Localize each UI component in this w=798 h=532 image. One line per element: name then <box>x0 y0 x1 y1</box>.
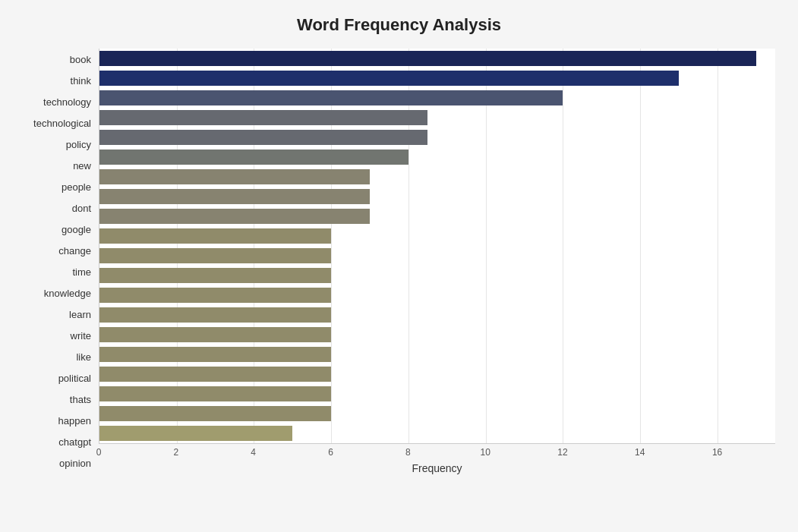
bar <box>99 189 370 204</box>
bar-row <box>99 68 775 88</box>
chart-container: Word Frequency Analysis bookthinktechnol… <box>0 0 798 532</box>
y-label: time <box>72 262 91 282</box>
bar-row <box>99 404 775 423</box>
bar-row <box>99 88 775 108</box>
bar <box>99 71 679 86</box>
chart-area: bookthinktechnologytechnologicalpolicyne… <box>23 49 775 474</box>
bar-row <box>99 108 775 127</box>
bar-row <box>99 384 775 404</box>
bar <box>99 130 427 145</box>
y-label: chatgpt <box>58 433 91 452</box>
bar <box>99 268 331 283</box>
bar-row <box>99 325 775 345</box>
y-label: policy <box>66 134 91 154</box>
y-label: technological <box>33 113 91 133</box>
y-label: dont <box>72 198 91 218</box>
bar <box>99 426 292 441</box>
y-label: happen <box>58 411 91 431</box>
y-label: new <box>73 156 91 175</box>
y-label: knowledge <box>44 284 91 304</box>
bar <box>99 209 370 224</box>
y-label: google <box>62 219 91 239</box>
bar <box>99 386 331 401</box>
chart-title: Word Frequency Analysis <box>23 15 775 35</box>
y-label: change <box>58 241 91 260</box>
bar <box>99 110 427 125</box>
bar <box>99 228 331 244</box>
bar <box>99 169 370 184</box>
bar <box>99 406 331 421</box>
y-label: think <box>71 71 91 90</box>
y-label: opinion <box>59 454 91 474</box>
y-axis: bookthinktechnologytechnologicalpolicyne… <box>23 49 99 474</box>
x-tick: 8 <box>405 447 411 458</box>
bar-row <box>99 423 775 443</box>
bar-row <box>99 305 775 325</box>
bar <box>99 367 331 382</box>
bar <box>99 248 331 263</box>
x-tick: 6 <box>328 447 333 458</box>
bar-row <box>99 364 775 384</box>
x-tick: 10 <box>480 447 490 458</box>
bar <box>99 307 331 323</box>
x-tick: 12 <box>557 447 567 458</box>
bar-row <box>99 226 775 246</box>
bar-row <box>99 49 775 68</box>
bar <box>99 347 331 362</box>
y-label: write <box>71 326 91 346</box>
y-label: people <box>62 177 91 197</box>
bar-row <box>99 206 775 226</box>
bar-row <box>99 246 775 266</box>
bar <box>99 51 756 66</box>
bar-row <box>99 167 775 187</box>
x-axis-label: Frequency <box>99 462 775 474</box>
x-tick: 16 <box>712 447 722 458</box>
y-label: thats <box>70 390 91 410</box>
y-label: book <box>70 49 91 69</box>
bar <box>99 150 408 165</box>
bar <box>99 90 563 105</box>
x-tick: 14 <box>635 447 645 458</box>
x-tick: 2 <box>173 447 178 458</box>
bar-row <box>99 127 775 147</box>
bar-row <box>99 285 775 305</box>
y-label: learn <box>69 305 91 325</box>
x-tick: 0 <box>96 447 102 458</box>
y-label: technology <box>43 92 91 112</box>
bar <box>99 288 331 303</box>
bar-row <box>99 187 775 206</box>
bar-row <box>99 147 775 167</box>
bar <box>99 327 331 342</box>
bar-row <box>99 266 775 285</box>
y-label: political <box>58 369 91 389</box>
bars-container <box>99 49 775 444</box>
y-label: like <box>76 348 91 367</box>
bar-row <box>99 345 775 364</box>
x-tick: 4 <box>251 447 256 458</box>
plot-area: 0246810121416 Frequency <box>99 49 775 474</box>
x-axis: 0246810121416 <box>99 447 775 458</box>
